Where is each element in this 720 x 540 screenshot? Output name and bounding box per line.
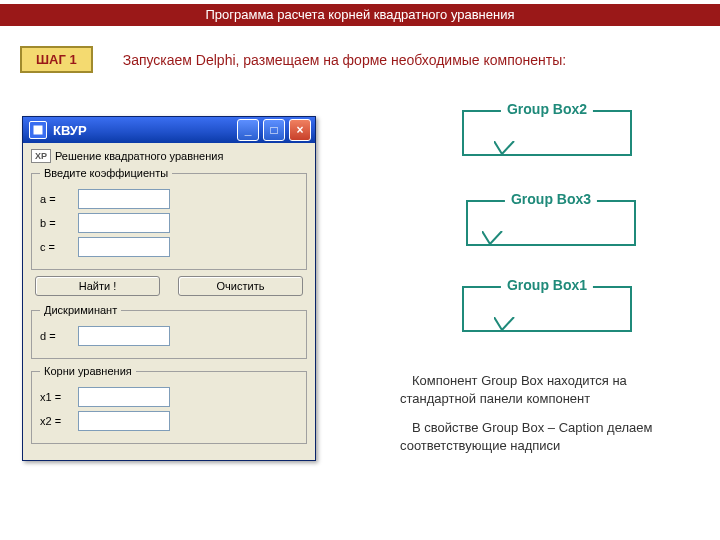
input-d[interactable] <box>78 326 170 346</box>
input-x1[interactable] <box>78 387 170 407</box>
header-title: Программа расчета корней квадратного ура… <box>205 7 514 22</box>
note-1: Компонент Group Box находится на стандар… <box>400 372 660 407</box>
field-a: a = <box>40 189 298 209</box>
input-b[interactable] <box>78 213 170 233</box>
button-row: Найти ! Очистить <box>31 276 307 296</box>
delphi-form-window: КВУР _ □ × XP Решение квадратного уравне… <box>22 116 316 461</box>
window-titlebar[interactable]: КВУР _ □ × <box>23 117 315 143</box>
callout-groupbox3-label: Group Box3 <box>505 191 597 207</box>
groupbox-coefficients: Введите коэффициенты a = b = c = <box>31 167 307 270</box>
field-d: d = <box>40 326 298 346</box>
callout-groupbox2: Group Box2 <box>462 110 632 156</box>
window-title: КВУР <box>53 123 233 138</box>
step-row: ШАГ 1 Запускаем Delphi, размещаем на фор… <box>20 46 720 73</box>
note-2: В свойстве Group Box – Caption делаем со… <box>400 419 660 454</box>
xp-manifest-row: XP Решение квадратного уравнения <box>31 149 307 163</box>
notes-block: Компонент Group Box находится на стандар… <box>400 372 660 466</box>
callout-tail-icon <box>494 317 516 331</box>
label-c: c = <box>40 241 78 253</box>
close-button[interactable]: × <box>289 119 311 141</box>
groupbox-discriminant: Дискриминант d = <box>31 304 307 359</box>
field-c: c = <box>40 237 298 257</box>
callout-tail-icon <box>494 141 516 155</box>
field-x2: x2 = <box>40 411 298 431</box>
label-d: d = <box>40 330 78 342</box>
form-caption: Решение квадратного уравнения <box>55 150 223 162</box>
app-icon <box>29 121 47 139</box>
field-b: b = <box>40 213 298 233</box>
label-a: a = <box>40 193 78 205</box>
groupbox-roots-legend: Корни уравнения <box>40 365 136 377</box>
callout-groupbox1: Group Box1 <box>462 286 632 332</box>
step-badge: ШАГ 1 <box>20 46 93 73</box>
callout-groupbox2-label: Group Box2 <box>501 101 593 117</box>
form-body: XP Решение квадратного уравнения Введите… <box>23 143 315 460</box>
minimize-button[interactable]: _ <box>237 119 259 141</box>
field-x1: x1 = <box>40 387 298 407</box>
maximize-button[interactable]: □ <box>263 119 285 141</box>
callout-tail-icon <box>482 231 504 245</box>
groupbox-discriminant-legend: Дискриминант <box>40 304 121 316</box>
callout-groupbox1-label: Group Box1 <box>501 277 593 293</box>
step-text: Запускаем Delphi, размещаем на форме нео… <box>123 52 567 68</box>
input-c[interactable] <box>78 237 170 257</box>
xp-manifest-icon: XP <box>31 149 51 163</box>
find-button[interactable]: Найти ! <box>35 276 160 296</box>
label-x1: x1 = <box>40 391 78 403</box>
svg-rect-0 <box>34 126 42 134</box>
label-x2: x2 = <box>40 415 78 427</box>
callout-groupbox3: Group Box3 <box>466 200 636 246</box>
input-x2[interactable] <box>78 411 170 431</box>
groupbox-coefficients-legend: Введите коэффициенты <box>40 167 172 179</box>
clear-button[interactable]: Очистить <box>178 276 303 296</box>
label-b: b = <box>40 217 78 229</box>
input-a[interactable] <box>78 189 170 209</box>
page-header: Программа расчета корней квадратного ура… <box>0 4 720 26</box>
groupbox-roots: Корни уравнения x1 = x2 = <box>31 365 307 444</box>
